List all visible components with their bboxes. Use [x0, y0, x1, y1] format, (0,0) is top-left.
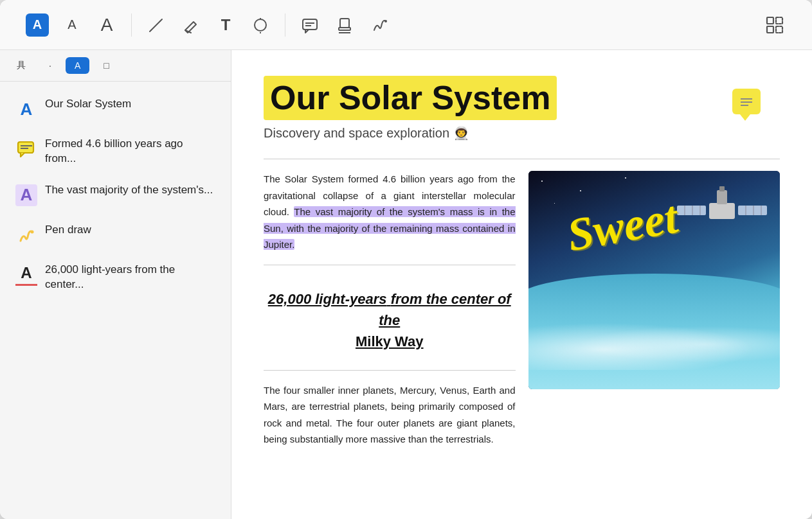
doc-two-col: The Solar System formed 4.6 billion year… [264, 171, 780, 448]
tab-dots[interactable]: · [40, 57, 60, 74]
doc-divider-top [264, 159, 780, 159]
doc-title-highlight: Our Solar System [264, 76, 557, 120]
sidebar-item-comment[interactable]: Formed 4.6 billion years ago from... [5, 129, 226, 174]
satellite-shape [671, 177, 773, 254]
sidebar-item-comment-icon [15, 138, 37, 160]
svg-rect-14 [767, 26, 773, 33]
doc-image-col: Sweet [528, 171, 780, 448]
font-size-small-icon[interactable]: A [60, 13, 84, 37]
cloud-layer [528, 319, 780, 370]
quote-line1: 26,000 light-years [268, 291, 387, 307]
svg-rect-16 [18, 142, 33, 153]
sidebar: 具 · A □ A Our Solar System [0, 50, 231, 519]
draw-tools-group: T [131, 13, 285, 37]
main-content: Our Solar System Discovery and space exp… [231, 50, 812, 519]
sidebar-item-pen-icon [15, 224, 37, 246]
doc-divider-bottom [264, 370, 516, 371]
svg-rect-33 [719, 186, 725, 191]
tab-doc[interactable]: □ [95, 57, 118, 74]
space-bg: Sweet [528, 171, 780, 389]
svg-rect-25 [738, 206, 767, 215]
svg-point-19 [31, 230, 34, 233]
sidebar-item-title[interactable]: A Our Solar System [5, 89, 226, 128]
svg-rect-24 [677, 206, 706, 215]
sidebar-item-comment-text: Formed 4.6 billion years ago from... [45, 137, 215, 166]
text-tools-group: A A A [13, 13, 131, 37]
sidebar-item-highlight-text: The vast majority of the system's... [45, 183, 213, 198]
doc-title-wrapper: Our Solar System [264, 76, 780, 120]
doc-divider-mid [264, 265, 516, 265]
sidebar-item-pen[interactable]: Pen draw [5, 215, 226, 254]
svg-line-2 [150, 30, 151, 31]
svg-rect-9 [339, 28, 350, 30]
tab-kanji[interactable]: 具 [8, 57, 35, 75]
quote-line3: Milky Way [356, 333, 424, 349]
app-window: A A A T [0, 0, 812, 519]
svg-rect-5 [303, 19, 317, 30]
annotation-tools-group [285, 13, 404, 37]
sidebar-tabs: 具 · A □ [0, 50, 231, 82]
doc-title: Our Solar System [270, 79, 550, 116]
doc-body-col1: The Solar System formed 4.6 billion year… [264, 171, 516, 448]
signature-tool-icon[interactable] [368, 13, 391, 37]
highlighted-passage: The vast majority of the system's mass i… [264, 206, 516, 250]
doc-quote: 26,000 light-years from the center of th… [264, 277, 516, 358]
font-icon[interactable]: A [26, 13, 49, 37]
comment-tool-icon[interactable] [298, 13, 321, 37]
body-area: 具 · A □ A Our Solar System [0, 50, 812, 519]
doc-subtitle: Discovery and space exploration 👨‍🚀 [264, 125, 780, 141]
grid-tool-icon[interactable] [763, 13, 786, 37]
svg-point-4 [255, 19, 266, 31]
svg-rect-32 [717, 190, 727, 204]
sidebar-item-underline-text: 26,000 light-years from the center... [45, 263, 215, 292]
svg-line-0 [151, 21, 160, 30]
doc-body-text-1: The Solar System formed 4.6 billion year… [264, 171, 516, 253]
svg-rect-13 [776, 17, 782, 24]
sidebar-item-underline[interactable]: A 26,000 light-years from the center... [5, 255, 226, 300]
shape-tool-icon[interactable] [249, 13, 272, 37]
comment-bubble[interactable] [732, 89, 761, 114]
toolbar: A A A T [0, 0, 812, 50]
space-image: Sweet [528, 171, 780, 389]
svg-rect-15 [776, 26, 782, 33]
sidebar-items: A Our Solar System Formed 4.6 bi [0, 82, 231, 519]
svg-line-1 [160, 19, 162, 21]
doc-body-text-2: The four smaller inner planets, Mercury,… [264, 382, 516, 448]
sidebar-item-pen-text: Pen draw [45, 223, 91, 238]
text-tool-icon[interactable]: T [214, 13, 237, 37]
tab-font[interactable]: A [66, 57, 89, 74]
font-size-large-icon[interactable]: A [95, 13, 118, 37]
stamp-tool-icon[interactable] [333, 13, 356, 37]
svg-rect-12 [767, 17, 773, 24]
svg-point-11 [384, 20, 387, 22]
sidebar-item-highlight-icon: A [15, 184, 37, 206]
svg-rect-8 [340, 19, 349, 28]
eraser-tool-icon[interactable] [179, 13, 203, 37]
sidebar-item-title-text: Our Solar System [45, 97, 131, 112]
layout-tools-group [750, 13, 799, 37]
sidebar-item-title-icon: A [15, 98, 37, 120]
quote-line2: from the center of the [379, 291, 510, 328]
sidebar-item-highlight[interactable]: A The vast majority of the system's... [5, 175, 226, 214]
svg-rect-23 [709, 203, 735, 219]
sidebar-item-underline-icon: A [15, 264, 37, 286]
pen-tool-icon[interactable] [145, 13, 168, 37]
